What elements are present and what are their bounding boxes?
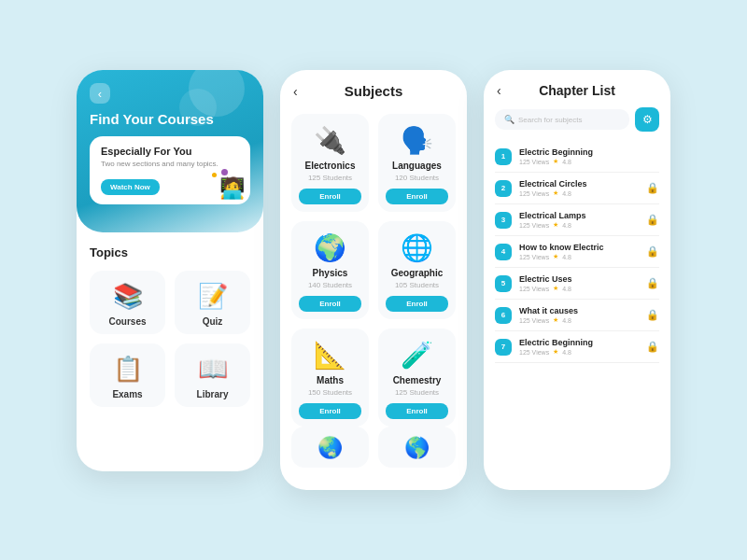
s1-header: ‹ Find Your Courses Especially For You T… [77,70,263,232]
electronics-name: Electronics [305,161,356,171]
languages-enroll-button[interactable]: Enroll [386,189,448,204]
chapter-views-7: 125 Views [519,349,549,356]
chapter-info-2: Electrical Circles 125 Views ★ 4.8 [519,179,639,197]
s2-subject-electronics[interactable]: 🔌 Electronics 125 Students Enroll [291,114,369,212]
electronics-enroll-button[interactable]: Enroll [299,189,361,204]
chapter-stars-6: ★ [553,316,558,324]
chapter-rating-2: 4.8 [562,190,571,197]
chapter-views-5: 125 Views [519,286,549,292]
chapter-meta-5: 125 Views ★ 4.8 [519,285,639,292]
chapter-info-3: Electrical Lamps 125 Views ★ 4.8 [519,211,639,229]
chapter-views-1: 125 Views [519,159,549,165]
geographic-icon: 🌐 [401,232,433,263]
s1-topic-exams[interactable]: 📋 Exams [90,343,165,407]
s1-body: Topics 📚 Courses 📝 Quiz 📋 Exams 📖 Librar… [77,232,263,420]
chapter-name-3: Electrical Lamps [519,211,639,220]
chapter-item-4[interactable]: 4 How to know Electric 125 Views ★ 4.8 🔒 [495,236,659,268]
chapter-name-6: What it causes [519,306,639,315]
partial-icon-1: 🌏 [317,436,343,460]
chapter-info-1: Electric Beginning 125 Views ★ 4.8 [519,147,659,165]
geographic-count: 105 Students [395,281,439,289]
physics-name: Physics [313,268,348,278]
library-icon: 📖 [198,355,228,384]
s3-header: ‹ Chapter List [484,70,670,107]
exams-label: Exams [112,389,142,399]
s2-subject-maths[interactable]: 📐 Maths 150 Students Enroll [291,329,369,427]
s1-topics-title: Topics [90,245,250,259]
lock-icon-2: 🔒 [646,182,659,194]
physics-enroll-button[interactable]: Enroll [299,296,361,312]
s1-topic-library[interactable]: 📖 Library [175,343,250,407]
chapter-item-2[interactable]: 2 Electrical Circles 125 Views ★ 4.8 🔒 [495,173,659,204]
lock-icon-4: 🔒 [646,245,659,258]
chapter-stars-3: ★ [553,221,558,229]
chemistry-count: 125 Students [395,388,439,397]
filter-icon: ⚙ [642,113,653,126]
s2-back-button[interactable]: ‹ [293,84,298,99]
chapter-info-6: What it causes 125 Views ★ 4.8 [519,306,639,324]
chapter-item-3[interactable]: 3 Electrical Lamps 125 Views ★ 4.8 🔒 [495,204,659,236]
s1-topic-quiz[interactable]: 📝 Quiz [175,271,250,334]
s2-subjects-grid: 🔌 Electronics 125 Students Enroll 🗣️ Lan… [291,114,456,427]
s2-partial-card-1[interactable]: 🌏 [291,427,369,468]
chapter-rating-1: 4.8 [562,159,571,165]
chapter-name-7: Electric Beginning [519,338,639,347]
s1-promo-card: Especially For You Two new sections and … [90,136,250,204]
chemistry-icon: 🧪 [401,340,433,371]
lock-icon-3: 🔒 [646,214,659,226]
partial-icon-2: 🌎 [404,436,430,460]
chapter-item-5[interactable]: 5 Electric Uses 125 Views ★ 4.8 🔒 [495,268,659,300]
chapter-rating-6: 4.8 [562,317,571,324]
chapter-rating-3: 4.8 [562,222,571,229]
electronics-count: 125 Students [308,174,352,182]
maths-enroll-button[interactable]: Enroll [299,403,361,419]
chapter-num-7: 7 [495,339,512,356]
s2-header: ‹ Subjects [280,70,467,108]
s2-subject-chemistry[interactable]: 🧪 Chemestry 125 Students Enroll [378,329,456,427]
s2-subject-languages[interactable]: 🗣️ Languages 120 Students Enroll [378,114,456,212]
chapter-name-2: Electrical Circles [519,179,639,189]
s3-filter-button[interactable]: ⚙ [635,107,659,132]
lock-icon-7: 🔒 [646,341,659,353]
chapter-num-6: 6 [495,307,512,324]
chapter-rating-5: 4.8 [562,286,571,292]
chapter-name-1: Electric Beginning [519,147,659,157]
lock-icon-5: 🔒 [646,277,659,289]
chapter-rating-4: 4.8 [562,254,571,260]
s3-search-row: 🔍 Search for subjects ⚙ [495,107,659,132]
chapter-meta-4: 125 Views ★ 4.8 [519,253,639,260]
chapter-num-5: 5 [495,275,512,292]
s2-subject-physics[interactable]: 🌍 Physics 140 Students Enroll [291,221,369,319]
chapter-num-4: 4 [495,244,512,260]
chapter-num-3: 3 [495,212,512,229]
chapter-views-3: 125 Views [519,222,549,229]
s2-subject-geographic[interactable]: 🌐 Geographic 105 Students Enroll [378,221,456,319]
search-placeholder-text: Search for subjects [518,116,582,124]
physics-icon: 🌍 [314,232,346,263]
chapter-item-6[interactable]: 6 What it causes 125 Views ★ 4.8 🔒 [495,300,659,331]
s2-partial-card-2[interactable]: 🌎 [378,427,456,468]
geographic-enroll-button[interactable]: Enroll [386,296,448,312]
courses-label: Courses [108,316,146,327]
screen-chapter-list: ‹ Chapter List 🔍 Search for subjects ⚙ 1… [484,70,670,490]
courses-icon: 📚 [113,282,143,311]
s1-promo-person-icon: 🧑‍💻 [219,176,245,201]
screens-container: ‹ Find Your Courses Especially For You T… [58,42,689,518]
maths-count: 150 Students [308,388,352,397]
s3-body: 🔍 Search for subjects ⚙ 1 Electric Begin… [484,107,670,376]
s1-back-button[interactable]: ‹ [90,83,110,104]
languages-count: 120 Students [395,174,439,182]
chapter-item-1[interactable]: 1 Electric Beginning 125 Views ★ 4.8 [495,141,659,173]
s1-topic-courses[interactable]: 📚 Courses [90,271,165,334]
s1-watch-button[interactable]: Watch Now [101,179,160,195]
chapter-item-7[interactable]: 7 Electric Beginning 125 Views ★ 4.8 🔒 [495,331,659,363]
s3-search-box[interactable]: 🔍 Search for subjects [495,109,629,130]
chapter-meta-1: 125 Views ★ 4.8 [519,158,659,165]
electronics-icon: 🔌 [314,125,346,156]
s2-body: 🔌 Electronics 125 Students Enroll 🗣️ Lan… [280,108,467,481]
library-label: Library [197,389,229,399]
quiz-label: Quiz [203,316,223,327]
s1-topics-grid: 📚 Courses 📝 Quiz 📋 Exams 📖 Library [90,271,250,407]
chemistry-enroll-button[interactable]: Enroll [386,403,448,419]
s3-back-button[interactable]: ‹ [497,83,501,98]
